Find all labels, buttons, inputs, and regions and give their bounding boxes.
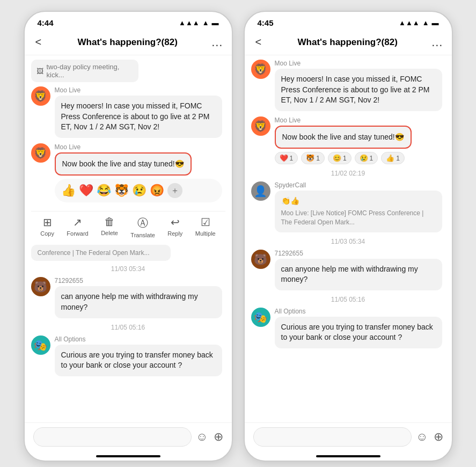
p2-timestamp-3: 11/05 05:16 bbox=[251, 296, 445, 303]
p2-avatar-moo-1: 🦁 bbox=[251, 60, 270, 79]
action-translate[interactable]: Ⓐ Translate bbox=[130, 216, 155, 238]
signal-icon-2: ▲▲▲ bbox=[399, 19, 420, 27]
reaction-smile-emoji: 😊 bbox=[333, 154, 341, 162]
action-delete[interactable]: 🗑 Delete bbox=[101, 216, 118, 238]
bubble-4[interactable]: Curious are you trying to transfer money… bbox=[55, 345, 222, 376]
p2-message-row-4: 🐻 71292655 can anyone help me with withd… bbox=[251, 250, 445, 290]
reaction-heart-emoji: ❤️ bbox=[280, 154, 288, 162]
bubble-2-highlighted[interactable]: Now book the live and stay tuned!😎 bbox=[55, 152, 192, 176]
p2-bubble-4[interactable]: can anyone help me with withdrawing my m… bbox=[275, 259, 442, 290]
emoji-tiger[interactable]: 🐯 bbox=[114, 184, 129, 198]
p2-spy-subtext: Moo Live: [Live Notice] FOMC Press Confe… bbox=[281, 209, 436, 227]
emoji-like[interactable]: 👍 bbox=[61, 184, 76, 198]
reaction-heart[interactable]: ❤️ 1 bbox=[275, 152, 298, 164]
more-button-2[interactable]: ... bbox=[431, 35, 443, 49]
add-reaction-button[interactable]: ＋ bbox=[167, 183, 182, 198]
back-button-1[interactable]: < bbox=[33, 34, 44, 50]
reply-label: Reply bbox=[167, 230, 182, 237]
bottom-bar-2: ☺ ⊕ bbox=[245, 422, 452, 451]
bottom-icons-2: ☺ ⊕ bbox=[416, 430, 443, 444]
message-content-4: All Options Curious are you trying to tr… bbox=[55, 335, 222, 376]
add-button-1[interactable]: ⊕ bbox=[214, 430, 223, 444]
action-multiple[interactable]: ☑ Multiple bbox=[195, 216, 216, 238]
action-reply[interactable]: ↩ Reply bbox=[167, 216, 182, 238]
home-indicator-2 bbox=[316, 455, 380, 457]
reaction-tiger-count: 1 bbox=[316, 155, 320, 162]
avatar-user-1: 🐻 bbox=[31, 277, 50, 296]
action-copy[interactable]: ⊞ Copy bbox=[40, 216, 54, 238]
reaction-sad-emoji: 😢 bbox=[360, 154, 368, 162]
multiple-label: Multiple bbox=[195, 230, 216, 237]
message-content-1: Moo Live Hey mooers! In case you missed … bbox=[55, 86, 222, 138]
bubble-1[interactable]: Hey mooers! In case you missed it, FOMC … bbox=[55, 96, 222, 138]
p2-avatar-all: 🎭 bbox=[251, 308, 270, 327]
action-forward[interactable]: ↗ Forward bbox=[67, 216, 88, 238]
shared-link-1[interactable]: Conference | The Federal Open Mark... bbox=[31, 245, 171, 261]
phone-1: 4:44 ▲▲▲ ▲ ▬ < What's happening?(82) ...… bbox=[24, 11, 233, 462]
reaction-sad[interactable]: 😢 1 bbox=[355, 152, 378, 164]
wifi-icon-2: ▲ bbox=[422, 19, 429, 27]
reaction-tiger[interactable]: 🐯 1 bbox=[301, 152, 325, 164]
back-button-2[interactable]: < bbox=[253, 34, 264, 50]
copy-label: Copy bbox=[40, 230, 54, 237]
p2-sender-moo-1: Moo Live bbox=[275, 60, 442, 67]
p2-message-content-1: Moo Live Hey mooers! In case you missed … bbox=[275, 60, 442, 111]
emoji-angry[interactable]: 😡 bbox=[150, 184, 164, 198]
status-icons-1: ▲▲▲ ▲ ▬ bbox=[179, 19, 218, 27]
reaction-like[interactable]: 👍 1 bbox=[381, 152, 405, 164]
p2-avatar-spy: 👤 bbox=[251, 181, 270, 201]
p2-timestamp-2: 11/03 05:34 bbox=[251, 238, 445, 245]
reaction-smile[interactable]: 😊 1 bbox=[328, 152, 351, 164]
multiple-icon: ☑ bbox=[201, 216, 210, 229]
chat-area-2: 🦁 Moo Live Hey mooers! In case you misse… bbox=[245, 55, 452, 422]
signal-icon-1: ▲▲▲ bbox=[179, 19, 200, 27]
time-1: 4:44 bbox=[38, 18, 54, 27]
message-row-1: 🦁 Moo Live Hey mooers! In case you misse… bbox=[31, 86, 225, 138]
phones-container: 4:44 ▲▲▲ ▲ ▬ < What's happening?(82) ...… bbox=[13, 0, 464, 467]
avatar-moo-2: 🦁 bbox=[31, 143, 50, 163]
p2-bubble-2-highlighted[interactable]: Now book the live and stay tuned!😎 bbox=[275, 126, 412, 149]
emoji-button-2[interactable]: ☺ bbox=[416, 430, 428, 444]
status-bar-2: 4:45 ▲▲▲ ▲ ▬ bbox=[245, 12, 452, 31]
add-button-2[interactable]: ⊕ bbox=[434, 430, 443, 444]
copy-icon: ⊞ bbox=[43, 216, 52, 229]
emoji-picker: 👍 ❤️ 😂 🐯 😢 😡 ＋ bbox=[55, 179, 222, 202]
emoji-laugh[interactable]: 😂 bbox=[97, 184, 111, 198]
reaction-sad-count: 1 bbox=[370, 155, 374, 162]
delete-icon: 🗑 bbox=[104, 216, 115, 228]
avatar-all-1: 🎭 bbox=[31, 335, 50, 355]
delete-label: Delete bbox=[101, 230, 118, 236]
p2-message-row-5: 🎭 All Options Curious are you trying to … bbox=[251, 308, 445, 348]
text-input-2[interactable] bbox=[253, 427, 412, 447]
translate-label: Translate bbox=[130, 232, 155, 238]
p2-avatar-user: 🐻 bbox=[251, 250, 270, 269]
text-input-1[interactable] bbox=[33, 427, 192, 447]
emoji-button-1[interactable]: ☺ bbox=[196, 430, 208, 444]
p2-message-content-2: Moo Live Now book the live and stay tune… bbox=[275, 116, 442, 165]
status-icons-2: ▲▲▲ ▲ ▬ bbox=[399, 19, 438, 27]
nav-title-2: What's happening?(82) bbox=[298, 37, 398, 48]
wifi-icon-1: ▲ bbox=[202, 19, 209, 27]
p2-avatar-moo-2: 🦁 bbox=[251, 116, 270, 136]
message-row-2: 🦁 Moo Live Now book the live and stay tu… bbox=[31, 143, 225, 206]
p2-spy-text: 👏👍 bbox=[281, 196, 436, 207]
reply-icon: ↩ bbox=[171, 216, 180, 229]
reactions-row: ❤️ 1 🐯 1 😊 1 😢 1 bbox=[275, 152, 442, 164]
battery-icon-1: ▬ bbox=[212, 19, 219, 27]
more-button-1[interactable]: ... bbox=[211, 35, 223, 49]
p2-bubble-3[interactable]: 👏👍 Moo Live: [Live Notice] FOMC Press Co… bbox=[275, 191, 442, 232]
bubble-3[interactable]: can anyone help me with withdrawing my m… bbox=[55, 286, 222, 318]
p2-sender-spy: SpyderCall bbox=[275, 181, 442, 189]
phone-2: 4:45 ▲▲▲ ▲ ▬ < What's happening?(82) ...… bbox=[244, 11, 453, 462]
message-row-4: 🎭 All Options Curious are you trying to … bbox=[31, 335, 225, 376]
translate-icon: Ⓐ bbox=[137, 216, 148, 230]
timestamp-1: 11/03 05:34 bbox=[31, 265, 225, 273]
emoji-heart[interactable]: ❤️ bbox=[79, 184, 93, 198]
p2-bubble-5[interactable]: Curious are you trying to transfer money… bbox=[275, 317, 442, 348]
bottom-icons-1: ☺ ⊕ bbox=[196, 430, 223, 444]
emoji-sad[interactable]: 😢 bbox=[132, 184, 147, 198]
sender-all-1: All Options bbox=[55, 335, 222, 343]
p2-message-row-1: 🦁 Moo Live Hey mooers! In case you misse… bbox=[251, 60, 445, 111]
p2-bubble-1[interactable]: Hey mooers! In case you missed it, FOMC … bbox=[275, 69, 442, 111]
reaction-like-emoji: 👍 bbox=[386, 154, 394, 162]
